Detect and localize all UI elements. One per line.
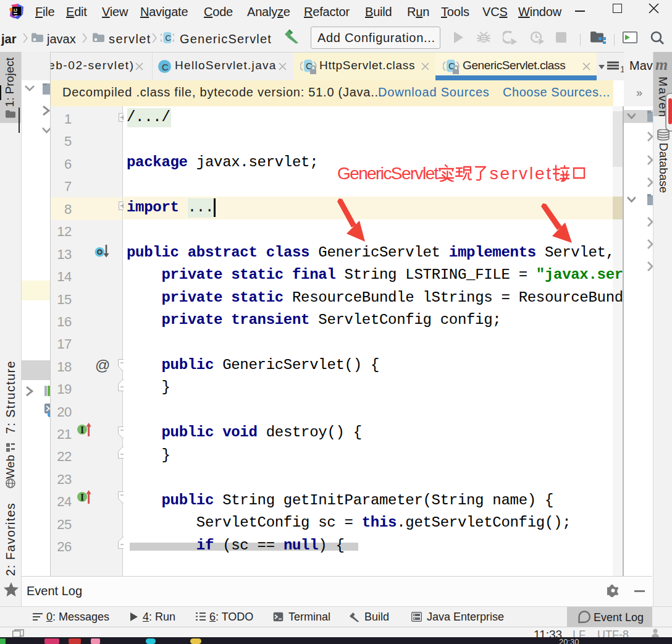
svg-text:I: I	[80, 425, 84, 435]
svg-text:I: I	[80, 492, 84, 502]
svg-text:C: C	[166, 33, 171, 43]
